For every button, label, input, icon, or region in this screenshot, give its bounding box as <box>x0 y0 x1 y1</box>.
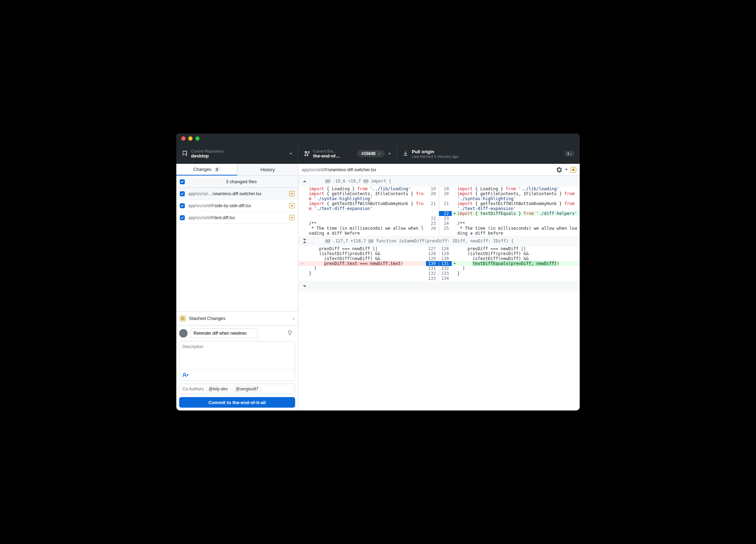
diff-line[interactable]: * The time (in milliseconds) we allow wh… <box>298 226 580 236</box>
repository-dropdown[interactable]: Current Repository desktop <box>176 143 298 164</box>
dropdown-caret-icon <box>289 153 292 155</box>
diff-line[interactable]: 22 + import { textDiffEquals } from './d… <box>298 211 580 216</box>
modified-icon: • <box>289 215 294 220</box>
diff-line[interactable]: } 132 133 } <box>298 271 580 276</box>
repo-label: Current Repository <box>191 149 286 153</box>
file-checkbox[interactable] <box>180 203 185 208</box>
stashed-changes-button[interactable]: Stashed Changes › <box>176 311 298 325</box>
branch-dropdown[interactable]: Current Bra… the-end-of… #15640 ✓ <box>298 143 397 164</box>
chevron-right-icon: › <box>293 316 294 321</box>
diff-line[interactable]: import { Loading } from '../lib/loading'… <box>298 186 580 191</box>
avatar <box>179 329 188 338</box>
diff-file-path: app/src/ui/diff/seamless-diff-switcher.t… <box>302 167 554 172</box>
file-path: app/src/ui/…/seamless-diff-switcher.tsx <box>188 191 286 196</box>
diff-line[interactable]: /** 23 24 /** <box>298 221 580 226</box>
pull-button[interactable]: Pull origin Last fetched 5 minutes ago 1… <box>397 143 580 164</box>
tab-history[interactable]: History <box>237 164 298 175</box>
coauthors-input[interactable]: Co-Authors @tidy-dev @sergiou87 <box>179 384 295 394</box>
branch-name: the-end-of… <box>313 153 354 159</box>
diff-settings-icon[interactable] <box>556 167 562 173</box>
diff-line[interactable]: - prevDiff.text === newDiff.text) 130 13… <box>298 261 580 266</box>
file-row[interactable]: app/src/ui/diff/text-diff.tsx • <box>176 212 298 224</box>
main-toolbar: Current Repository desktop Current Bra… … <box>176 143 580 164</box>
file-path: app/src/ui/diff/text-diff.tsx <box>188 215 286 220</box>
pr-icon <box>304 151 310 156</box>
pull-count-badge: 1↓ <box>565 151 574 156</box>
file-path: app/src/ui/diff/side-by-side-diff.tsx <box>188 203 286 208</box>
coauthor-tag[interactable]: @tidy-dev <box>206 386 231 392</box>
dropdown-caret-icon <box>388 153 391 155</box>
coauthor-label: Co-Authors <box>182 387 204 391</box>
coauthor-tag[interactable]: @sergiou87 <box>233 386 261 392</box>
download-icon <box>403 151 408 156</box>
expand-hunk-button[interactable] <box>298 236 311 246</box>
diff-line[interactable]: isTextDiff(newDiff) && 129 130 isTextDif… <box>298 256 580 261</box>
pull-title: Pull origin <box>412 149 561 154</box>
file-list: app/src/ui/…/seamless-diff-switcher.tsx … <box>176 188 298 311</box>
maximize-window-button[interactable] <box>195 136 200 141</box>
svg-rect-1 <box>182 318 183 319</box>
stash-icon <box>180 316 185 321</box>
commit-button[interactable]: Commit to the-end-of-it-all <box>179 397 295 408</box>
minimize-window-button[interactable] <box>188 136 193 141</box>
commit-summary-input[interactable] <box>190 328 257 338</box>
add-coauthor-icon[interactable] <box>182 372 189 378</box>
diff-header: app/src/ui/diff/seamless-diff-switcher.t… <box>298 164 580 176</box>
expand-hunk-button[interactable] <box>298 176 311 186</box>
whitespace-toggle[interactable] <box>571 167 576 173</box>
file-row[interactable]: app/src/ui/…/seamless-diff-switcher.tsx … <box>176 188 298 200</box>
stashed-label: Stashed Changes <box>189 316 289 321</box>
diff-line[interactable]: 22 23 <box>298 216 580 221</box>
file-checkbox[interactable] <box>180 215 185 220</box>
diff-viewer: app/src/ui/diff/seamless-diff-switcher.t… <box>298 164 580 410</box>
pr-badge[interactable]: #15640 ✓ <box>357 150 385 157</box>
sidebar-tabs: Changes 3 History <box>176 164 298 176</box>
tab-changes[interactable]: Changes 3 <box>176 164 237 175</box>
files-header: 3 changed files <box>176 176 298 188</box>
repo-name: desktop <box>191 153 286 159</box>
lightbulb-icon[interactable] <box>287 330 292 336</box>
diff-line[interactable]: (isTextDiff(prevDiff) && 128 129 (isText… <box>298 251 580 256</box>
diff-line[interactable]: prevDiff === newDiff || 127 128 prevDiff… <box>298 246 580 251</box>
pull-subtitle: Last fetched 5 minutes ago <box>412 154 561 159</box>
changes-count-badge: 3 <box>214 167 220 172</box>
commit-form: Co-Authors @tidy-dev @sergiou87 Commit t… <box>176 325 298 410</box>
repo-icon <box>182 151 188 156</box>
changes-sidebar: Changes 3 History 3 changed files app/sr… <box>176 164 298 410</box>
check-icon: ✓ <box>378 151 381 156</box>
window-titlebar <box>176 134 580 143</box>
expand-hunk-down[interactable] <box>298 281 580 291</box>
hunk-header: @@ -19,6 +19,7 @@ import { <box>298 176 580 186</box>
diff-line[interactable]: 133 134 <box>298 276 580 281</box>
app-window: Current Repository desktop Current Bra… … <box>176 134 580 410</box>
diff-body[interactable]: @@ -19,6 +19,7 @@ import { import { Load… <box>298 176 580 410</box>
commit-description-input[interactable] <box>179 341 295 370</box>
diff-line[interactable]: import { getTextDiffWithBottomDummyHunk … <box>298 201 580 211</box>
diff-line[interactable]: ) 131 132 ) <box>298 266 580 271</box>
file-checkbox[interactable] <box>180 191 185 196</box>
select-all-checkbox[interactable] <box>180 179 185 184</box>
branch-label: Current Bra… <box>313 149 354 153</box>
pr-number: #15640 <box>361 151 376 156</box>
modified-icon: • <box>289 203 294 208</box>
files-summary: 3 changed files <box>188 179 294 184</box>
modified-icon: • <box>289 191 294 196</box>
dropdown-caret-icon <box>565 169 568 171</box>
close-window-button[interactable] <box>181 136 185 141</box>
file-row[interactable]: app/src/ui/diff/side-by-side-diff.tsx • <box>176 200 298 212</box>
hunk-header: @@ -127,7 +128,7 @@ function isSameDiff(… <box>298 236 580 246</box>
diff-line[interactable]: import { getFileContents, IFileContents … <box>298 191 580 201</box>
